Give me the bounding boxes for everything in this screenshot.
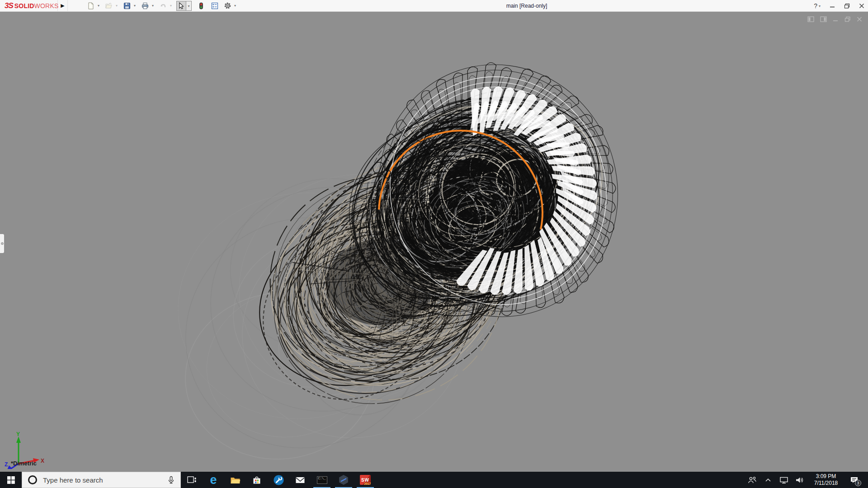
store-icon <box>252 475 262 485</box>
restore-button[interactable] <box>844 3 850 9</box>
cortana-icon <box>28 475 37 484</box>
document-window-controls <box>807 16 863 22</box>
select-tool-button[interactable] <box>176 1 186 11</box>
notification-badge: 3 <box>855 480 861 486</box>
taskbar-clock[interactable]: 3:09 PM 7/11/2018 <box>810 473 842 487</box>
hexagon-app-button[interactable] <box>333 472 354 488</box>
close-icon <box>859 3 864 9</box>
open-folder-icon <box>105 2 113 9</box>
title-bar: 3S SOLIDWORKS ▶ ▾ ▾ <box>0 0 868 12</box>
microphone-icon[interactable] <box>167 476 175 484</box>
brand-works: WORKS <box>34 2 59 9</box>
turbine-wireframe-model[interactable] <box>0 12 868 472</box>
store-button[interactable] <box>246 472 268 488</box>
print-icon <box>142 2 149 9</box>
support-tool-button[interactable] <box>268 472 289 488</box>
print-button[interactable] <box>140 1 150 11</box>
select-tool-caret[interactable]: ▾ <box>186 1 192 11</box>
options-button[interactable] <box>222 1 232 11</box>
help-button[interactable]: ? ▾ <box>814 2 821 9</box>
rebuild-stoplight-icon <box>198 2 205 9</box>
solidworks-logo: 3S SOLIDWORKS <box>0 0 58 12</box>
mail-button[interactable] <box>289 472 311 488</box>
collapse-panel-right-icon[interactable] <box>820 16 827 22</box>
network-button[interactable] <box>778 472 790 488</box>
menu-expand-button[interactable]: ▶ <box>58 0 68 12</box>
edge-icon: e <box>210 474 217 486</box>
support-tool-wrench-icon <box>274 475 284 485</box>
options-gear-icon <box>224 2 231 9</box>
system-tray: 3:09 PM 7/11/2018 3 <box>746 472 868 488</box>
windows-taskbar: Type here to search e <box>0 472 868 488</box>
command-prompt-icon: C:\_ <box>317 476 327 484</box>
new-document-caret[interactable]: ▾ <box>96 4 101 8</box>
properties-list-icon <box>211 2 218 9</box>
save-button[interactable] <box>122 1 132 11</box>
minimize-icon <box>830 3 835 9</box>
task-view-button[interactable] <box>181 472 203 488</box>
window-controls: ? ▾ <box>814 0 864 12</box>
triad-z-label: Z <box>5 461 8 468</box>
window-title: main [Read-only] <box>506 3 547 9</box>
file-explorer-icon <box>230 476 241 484</box>
open-caret[interactable]: ▾ <box>114 4 119 8</box>
print-caret[interactable]: ▾ <box>150 4 156 8</box>
undo-icon <box>160 2 167 9</box>
speaker-icon <box>795 476 804 484</box>
feature-panel-collapse-tab[interactable] <box>0 234 4 253</box>
select-cursor-icon <box>178 2 185 9</box>
chevron-up-icon <box>765 478 771 482</box>
clock-date: 7/11/2018 <box>810 480 842 487</box>
undo-button[interactable] <box>158 1 168 11</box>
people-button[interactable] <box>746 472 758 488</box>
properties-button[interactable] <box>210 1 220 11</box>
task-view-icon <box>187 475 197 484</box>
solidworks-2017-button[interactable]: SW 2017 <box>354 472 376 488</box>
windows-logo-icon <box>7 476 15 484</box>
edge-button[interactable]: e <box>203 472 224 488</box>
action-center-button[interactable]: 3 <box>846 472 862 488</box>
new-document-button[interactable] <box>86 1 96 11</box>
help-caret: ▾ <box>819 4 821 8</box>
doc-minimize-icon[interactable] <box>833 16 839 22</box>
new-document-icon <box>87 2 94 9</box>
taskbar-search-input[interactable]: Type here to search <box>22 472 181 488</box>
quick-access-toolbar: ▾ ▾ ▾ <box>86 1 241 11</box>
panel-tab-handle-icon <box>1 242 4 245</box>
command-prompt-button[interactable]: C:\_ <box>311 472 333 488</box>
mail-envelope-icon <box>295 476 305 484</box>
undo-caret[interactable]: ▾ <box>168 4 174 8</box>
model-viewport[interactable]: Y X Z *Dimetric <box>0 12 868 472</box>
dassault-3ds-logo-icon: 3S <box>5 1 13 10</box>
triad-x-label: X <box>41 458 44 464</box>
volume-button[interactable] <box>794 472 806 488</box>
restore-icon <box>844 3 850 9</box>
hidden-icons-button[interactable] <box>762 472 774 488</box>
options-caret[interactable]: ▾ <box>232 4 238 8</box>
open-button[interactable] <box>104 1 114 11</box>
save-floppy-icon <box>123 2 131 9</box>
brand-solid: SOLID <box>14 2 34 9</box>
network-icon <box>779 476 788 484</box>
triad-y-label: Y <box>16 431 20 437</box>
solidworks-2017-icon: SW 2017 <box>360 475 371 485</box>
start-button[interactable] <box>0 472 22 488</box>
solidworks-window: 3S SOLIDWORKS ▶ ▾ ▾ <box>0 0 868 488</box>
rebuild-button[interactable] <box>196 1 206 11</box>
view-orientation-label: *Dimetric <box>11 460 37 467</box>
close-button[interactable] <box>859 3 864 9</box>
save-caret[interactable]: ▾ <box>132 4 137 8</box>
hexagon-app-icon <box>339 475 349 485</box>
clock-time: 3:09 PM <box>810 473 842 480</box>
collapse-panel-left-icon[interactable] <box>807 16 814 22</box>
search-placeholder: Type here to search <box>43 476 167 484</box>
doc-close-icon[interactable] <box>857 16 863 22</box>
file-explorer-button[interactable] <box>224 472 246 488</box>
people-icon <box>747 476 757 484</box>
doc-restore-icon[interactable] <box>844 16 851 22</box>
minimize-button[interactable] <box>830 3 835 9</box>
